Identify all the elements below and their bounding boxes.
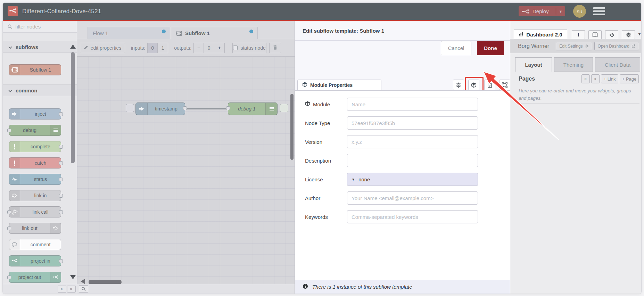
inputs-1-button[interactable]: 1 [158, 43, 168, 53]
inputs-0-button[interactable]: 0 [147, 43, 158, 53]
module-properties-cube-button[interactable] [468, 80, 479, 90]
user-avatar[interactable]: su [573, 5, 586, 18]
move-up-button[interactable]: « [581, 74, 590, 83]
status-node-checkbox[interactable] [233, 46, 238, 50]
deploy-button[interactable]: Deploy ▼ [519, 6, 565, 16]
outputs-label: outputs: [174, 45, 191, 51]
tab-dashboard-2[interactable]: Dashboard 2.0 [514, 30, 567, 40]
description-field[interactable] [347, 154, 478, 167]
node-type-field[interactable] [347, 116, 478, 130]
add-page-button[interactable]: + Page [620, 74, 639, 83]
vscroll-thumb[interactable] [290, 94, 294, 160]
palette-node-link-in[interactable]: link in [9, 190, 61, 201]
palette-node-status[interactable]: status [9, 174, 61, 185]
deploy-icon [522, 9, 530, 14]
cancel-button[interactable]: Cancel [441, 41, 471, 55]
output-port[interactable] [59, 210, 63, 214]
palette-node-comment[interactable]: comment [9, 239, 61, 250]
chevron-down-icon [8, 88, 13, 93]
palette-node-project-in[interactable]: project in [9, 255, 61, 266]
palette-node-inject[interactable]: inject [9, 108, 61, 120]
output-port[interactable] [59, 259, 63, 263]
palette-filter[interactable]: filter nodes [3, 21, 77, 33]
debug-bug-button[interactable] [605, 30, 618, 39]
bar-chart-icon [519, 32, 524, 38]
output-port[interactable] [59, 112, 63, 116]
open-dashboard-button[interactable]: Open Dashboard [594, 42, 639, 50]
move-down-button[interactable]: » [591, 74, 600, 83]
tab-client-data[interactable]: Client Data [595, 57, 640, 72]
output-port[interactable] [59, 194, 63, 198]
palette-node-debug[interactable]: debug [9, 125, 61, 136]
inject-icon [9, 109, 20, 119]
sidebar-caret-icon[interactable]: ▼ [637, 32, 641, 36]
node-label: inject [20, 111, 61, 117]
input-port[interactable] [7, 210, 11, 214]
palette-scrollbar[interactable] [71, 52, 75, 163]
outputs-minus-button[interactable]: − [193, 43, 204, 53]
palette-node-Subflow-1[interactable]: Subflow 1 [9, 64, 61, 75]
node-label: status [20, 176, 61, 182]
flow-canvas[interactable]: timestamp debug 1 [77, 57, 295, 294]
field-label: Version [305, 139, 347, 145]
main-menu-icon[interactable] [593, 7, 605, 15]
node-label: project in [20, 258, 61, 264]
palette-section-common[interactable]: common [3, 84, 77, 96]
field-label: Author [305, 195, 347, 201]
caret-down-icon: ▼ [352, 178, 355, 181]
palette-node-catch[interactable]: catch [9, 157, 61, 168]
license-select[interactable]: ▼none [347, 173, 478, 186]
properties-gear-button[interactable] [453, 80, 464, 90]
outputs-plus-button[interactable]: + [214, 43, 225, 53]
input-port[interactable] [7, 276, 11, 279]
settings-gear-button[interactable] [622, 30, 635, 39]
palette-section-subflows[interactable]: subflows [3, 41, 77, 53]
subflow-output-stub[interactable] [280, 104, 288, 112]
version-field[interactable] [347, 135, 478, 148]
module-properties-label: Module Properties [310, 82, 353, 88]
comment-icon [9, 239, 20, 250]
subflow-input-stub[interactable] [126, 104, 134, 112]
output-port[interactable] [59, 145, 63, 149]
add-link-button[interactable]: + Link [601, 74, 618, 83]
input-port[interactable] [226, 106, 230, 110]
keywords-field[interactable] [347, 210, 478, 223]
help-book-button[interactable] [588, 30, 602, 39]
tab-flow-1[interactable]: Flow 1 [88, 27, 170, 39]
author-field[interactable] [347, 191, 478, 205]
node-timestamp[interactable]: timestamp [135, 102, 185, 115]
output-port[interactable] [183, 106, 187, 110]
palette-node-link-out[interactable]: link out [9, 223, 61, 234]
palette-collapse-all-button[interactable]: « [58, 286, 66, 293]
tab-theming[interactable]: Theming [554, 57, 593, 72]
output-port[interactable] [59, 161, 63, 165]
module-field[interactable] [347, 98, 478, 111]
palette-expand-all-button[interactable]: » [67, 286, 76, 293]
tab-module-properties[interactable]: Module Properties [297, 80, 381, 90]
palette-scroll-up-icon[interactable] [70, 44, 76, 49]
right-sidebar: Dashboard 2.0 i ▼ Borg Warner Edit Setti… [510, 21, 641, 294]
palette-node-complete[interactable]: complete [9, 141, 61, 152]
appearance-frame-button[interactable] [499, 80, 510, 90]
subflow-tab-icon [175, 31, 182, 36]
delete-subflow-button[interactable] [269, 43, 281, 53]
description-doc-button[interactable] [484, 80, 495, 90]
palette-node-project-out[interactable]: project out [9, 272, 61, 283]
palette-scroll-down-icon[interactable] [70, 275, 76, 279]
node-debug-1[interactable]: debug 1 [228, 102, 278, 115]
tab-subflow-1[interactable]: Subflow 1 [171, 27, 258, 39]
deploy-caret-icon[interactable]: ▼ [556, 9, 565, 14]
input-port[interactable] [7, 227, 11, 230]
input-port[interactable] [7, 129, 11, 132]
done-button[interactable]: Done [477, 41, 504, 55]
tab-layout[interactable]: Layout [515, 57, 552, 72]
hscroll-left-icon[interactable] [81, 279, 85, 284]
module-properties-form: ModuleNode TypeVersionDescriptionLicense… [295, 90, 510, 294]
info-tab-button[interactable]: i [572, 30, 585, 39]
edit-properties-button[interactable]: edit properties [80, 43, 125, 53]
palette-node-link-call[interactable]: link call [9, 206, 61, 217]
canvas-search-button[interactable] [79, 285, 88, 293]
edit-settings-button[interactable]: Edit Settings [556, 42, 592, 50]
status-node-toggle[interactable]: status node [232, 43, 266, 53]
output-port[interactable] [59, 178, 63, 181]
